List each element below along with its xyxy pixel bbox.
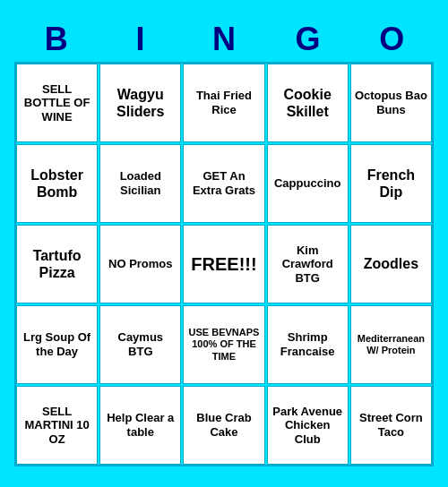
cell-2: Thai Fried Rice — [183, 64, 264, 142]
bingo-grid: SELL BOTTLE OF WINE Wagyu Sliders Thai F… — [14, 62, 434, 466]
cell-23: Park Avenue Chicken Club — [267, 386, 349, 465]
cell-5: Lobster Bomb — [16, 144, 98, 223]
header-o: O — [352, 21, 431, 58]
cell-11: NO Promos — [99, 225, 181, 303]
cell-13: Kim Crawford BTG — [267, 225, 349, 303]
header-n: N — [185, 21, 263, 58]
cell-22: Blue Crab Cake — [183, 386, 264, 465]
bingo-header: B I N G O — [14, 21, 434, 58]
cell-15: Lrg Soup Of the Day — [16, 305, 98, 384]
cell-18: Shrimp Francaise — [267, 305, 349, 384]
cell-6: Loaded Sicilian — [99, 144, 181, 223]
cell-9: French Dip — [350, 144, 432, 223]
header-b: B — [17, 21, 96, 58]
cell-10: Tartufo Pizza — [16, 225, 98, 303]
cell-12-free: FREE!!! — [183, 225, 264, 303]
cell-24: Street Corn Taco — [350, 386, 432, 465]
cell-20: SELL MARTINI 10 OZ — [16, 386, 98, 465]
cell-21: Help Clear a table — [99, 386, 181, 465]
cell-3: Cookie Skillet — [267, 64, 349, 142]
cell-8: Cappuccino — [267, 144, 349, 223]
header-g: G — [269, 21, 348, 58]
cell-0: SELL BOTTLE OF WINE — [16, 64, 98, 142]
cell-17: USE BEVNAPS 100% OF THE TIME — [183, 305, 264, 384]
cell-4: Octopus Bao Buns — [350, 64, 432, 142]
header-i: I — [100, 21, 179, 58]
cell-19: Mediterranean W/ Protein — [350, 305, 432, 384]
cell-7: GET An Extra Grats — [183, 144, 264, 223]
bingo-card: B I N G O SELL BOTTLE OF WINE Wagyu Slid… — [9, 15, 439, 472]
cell-1: Wagyu Sliders — [99, 64, 181, 142]
cell-16: Caymus BTG — [99, 305, 181, 384]
cell-14: Zoodles — [350, 225, 432, 303]
